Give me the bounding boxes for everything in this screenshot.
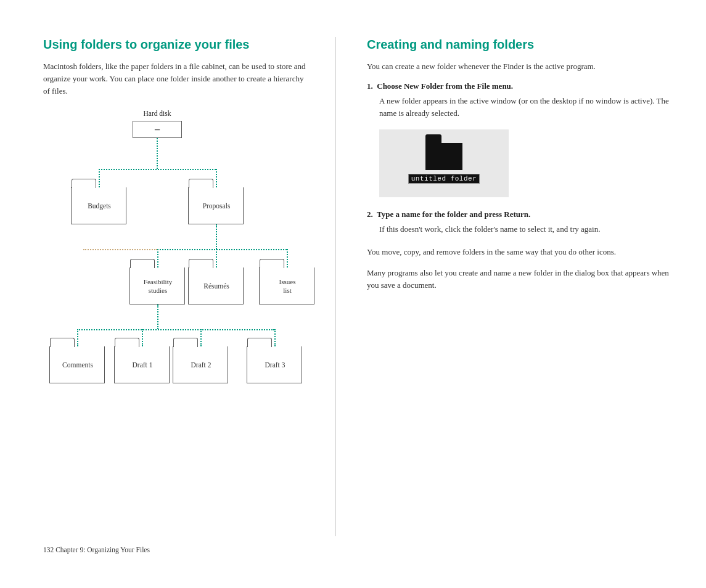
folder-issues-label: Issueslist xyxy=(260,277,315,295)
step-2: 2. Type a name for the folder and press … xyxy=(367,210,669,235)
line-to-draft1 xyxy=(142,329,143,346)
folder-draft2-label: Draft 2 xyxy=(173,360,229,369)
left-column: Using folders to organize your files Mac… xyxy=(0,37,336,536)
folder-draft1-label: Draft 1 xyxy=(115,360,170,369)
line-level2-teal xyxy=(157,249,287,250)
folder-comments: Comments xyxy=(49,346,105,383)
folder-budgets-label: Budgets xyxy=(72,201,127,210)
left-title: Using folders to organize your files xyxy=(43,37,311,52)
columns: Using folders to organize your files Mac… xyxy=(0,37,706,536)
folder-issues: Issueslist xyxy=(259,267,314,304)
line-feasibility-down xyxy=(157,304,158,329)
line-to-draft3 xyxy=(274,329,276,346)
folder-draft1: Draft 1 xyxy=(114,346,170,383)
folder-feasibility: Feasibilitystudies xyxy=(129,267,185,304)
line-to-comments xyxy=(77,329,78,346)
folder-proposals-label: Proposals xyxy=(189,201,244,210)
folder-proposals: Proposals xyxy=(188,187,244,224)
footer: 132 Chapter 9: Organizing Your Files xyxy=(0,536,706,563)
right-title: Creating and naming folders xyxy=(367,37,669,52)
folder-resumes: Résumés xyxy=(188,267,244,304)
line-to-proposals xyxy=(216,169,217,187)
folder-draft3: Draft 3 xyxy=(247,346,302,383)
harddisk-box: – xyxy=(133,121,182,138)
right-para1: You move, copy, and remove folders in th… xyxy=(367,246,669,258)
step2-detail: If this doesn't work, click the folder's… xyxy=(367,223,669,235)
harddisk-label: Hard disk xyxy=(133,110,182,117)
folder-draft2: Draft 2 xyxy=(173,346,228,383)
right-intro: You can create a new folder whenever the… xyxy=(367,60,669,73)
right-column: Creating and naming folders You can crea… xyxy=(336,37,706,536)
line-proposals-down xyxy=(216,224,217,249)
line-to-resumes xyxy=(216,249,217,267)
line-to-budgets xyxy=(99,169,100,187)
step1-detail: A new folder appears in the active windo… xyxy=(367,95,669,120)
line-level2-tan xyxy=(83,249,157,250)
footer-text: 132 Chapter 9: Organizing Your Files xyxy=(43,546,150,553)
line-level3 xyxy=(77,329,274,330)
folder-preview: untitled folder xyxy=(379,129,509,197)
left-intro: Macintosh folders, like the paper folder… xyxy=(43,60,311,97)
folder-budgets: Budgets xyxy=(71,187,126,224)
line-to-issues xyxy=(287,249,288,267)
folder-icon-big xyxy=(425,143,462,170)
folder-resumes-label: Résumés xyxy=(189,281,244,290)
line-to-draft2 xyxy=(200,329,202,346)
step2-number: 2. Type a name for the folder and press … xyxy=(367,210,669,219)
line-level1 xyxy=(99,169,216,170)
line-to-feasibility xyxy=(157,249,158,267)
folder-comments-label: Comments xyxy=(50,360,105,369)
folder-diagram: Hard disk – Budgets xyxy=(43,110,308,369)
harddisk-minus: – xyxy=(155,124,160,135)
right-para2: Many programs also let you create and na… xyxy=(367,267,669,292)
page: Using folders to organize your files Mac… xyxy=(0,0,706,588)
folder-draft3-label: Draft 3 xyxy=(247,360,303,369)
line-hd-down xyxy=(157,138,158,169)
folder-feasibility-label: Feasibilitystudies xyxy=(130,277,186,295)
step1-instruction: Choose New Folder from the File menu. xyxy=(377,81,513,91)
step-1: 1. Choose New Folder from the File menu.… xyxy=(367,81,669,120)
step2-instruction: Type a name for the folder and press Ret… xyxy=(377,210,530,219)
untitled-folder-label: untitled folder xyxy=(408,174,480,184)
step1-number: 1. Choose New Folder from the File menu. xyxy=(367,81,669,91)
